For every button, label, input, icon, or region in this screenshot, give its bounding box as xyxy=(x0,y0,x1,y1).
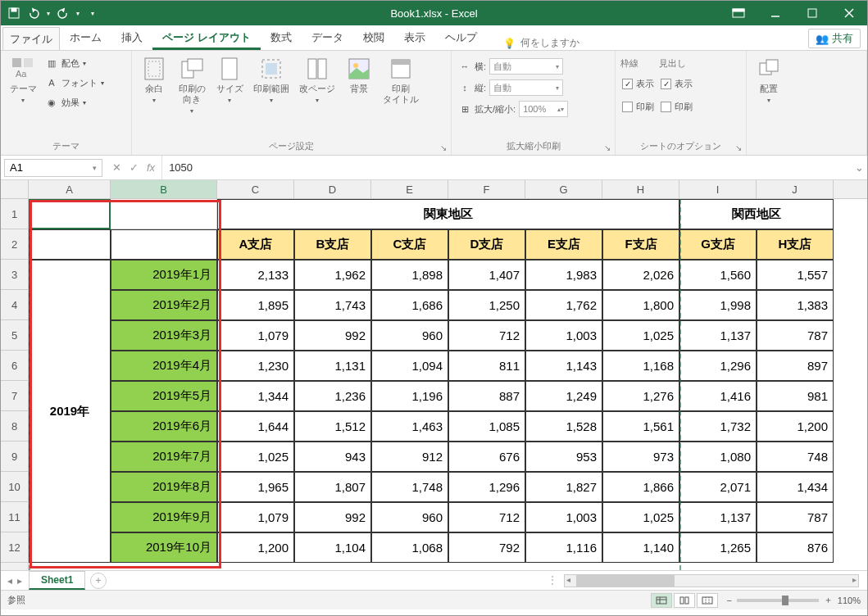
name-box[interactable]: A1▾ xyxy=(4,159,102,177)
data-r2-c1[interactable]: 992 xyxy=(294,320,371,351)
sheet-tab-sheet1[interactable]: Sheet1 xyxy=(29,571,85,590)
row-header-11[interactable]: 11 xyxy=(1,502,28,532)
data-r4-c7[interactable]: 981 xyxy=(757,381,834,411)
view-pagebreak-button[interactable] xyxy=(697,593,718,608)
data-r4-c3[interactable]: 887 xyxy=(448,381,525,411)
scroll-left-icon[interactable]: ◂ xyxy=(566,575,570,584)
fx-icon[interactable]: fx xyxy=(147,161,155,174)
data-r2-c7[interactable]: 787 xyxy=(757,320,834,351)
data-r4-c4[interactable]: 1,249 xyxy=(525,381,602,411)
theme-colors-button[interactable]: ▥配色 ▾ xyxy=(43,54,106,72)
scale-pct-input[interactable]: 100%▴▾ xyxy=(519,101,568,117)
tab-pagelayout[interactable]: ページ レイアウト xyxy=(152,25,261,50)
data-r3-c6[interactable]: 1,296 xyxy=(679,351,757,381)
region-kansai[interactable]: 関西地区 xyxy=(679,199,834,229)
data-r8-c6[interactable]: 1,137 xyxy=(679,502,757,532)
data-r5-c1[interactable]: 1,512 xyxy=(294,411,371,442)
data-r1-c7[interactable]: 1,383 xyxy=(757,290,834,320)
data-r7-c7[interactable]: 1,434 xyxy=(757,472,834,502)
formula-input[interactable]: 1050 xyxy=(161,156,851,179)
data-r5-c7[interactable]: 1,200 xyxy=(757,411,834,442)
scale-width-select[interactable]: 自動▾ xyxy=(489,58,563,75)
data-r2-c3[interactable]: 712 xyxy=(448,320,525,351)
data-r3-c2[interactable]: 1,094 xyxy=(371,351,448,381)
data-r5-c5[interactable]: 1,561 xyxy=(602,411,679,442)
year-cell-cont-3[interactable] xyxy=(29,351,111,381)
col-header-E[interactable]: E xyxy=(371,180,448,198)
data-r0-c1[interactable]: 1,962 xyxy=(294,260,371,290)
undo-icon[interactable] xyxy=(27,7,40,20)
col-header-B[interactable]: B xyxy=(111,180,217,198)
split-handle-icon[interactable]: ⋮ xyxy=(548,574,557,587)
region-kanto[interactable]: 関東地区 xyxy=(217,199,679,229)
sheetopts-launcher-icon[interactable]: ↘ xyxy=(733,142,744,153)
year-cell-cont-7[interactable] xyxy=(29,472,111,502)
data-r9-c2[interactable]: 1,068 xyxy=(371,532,448,563)
select-all-corner[interactable] xyxy=(1,180,29,198)
scale-height-select[interactable]: 自動▾ xyxy=(489,79,563,96)
month-2[interactable]: 2019年3月 xyxy=(111,320,217,351)
data-r1-c0[interactable]: 1,895 xyxy=(217,290,294,320)
data-r9-c5[interactable]: 1,140 xyxy=(602,532,679,563)
data-r2-c5[interactable]: 1,025 xyxy=(602,320,679,351)
tellme-search[interactable]: 💡 何をしますか xyxy=(495,36,588,50)
data-r4-c0[interactable]: 1,344 xyxy=(217,381,294,411)
scroll-thumb[interactable] xyxy=(576,575,675,587)
year-cell-cont-6[interactable] xyxy=(29,442,111,472)
month-3[interactable]: 2019年4月 xyxy=(111,351,217,381)
row-header-10[interactable]: 10 xyxy=(1,472,28,502)
cell-B2[interactable] xyxy=(111,229,217,260)
data-r9-c3[interactable]: 792 xyxy=(448,532,525,563)
tab-home[interactable]: ホーム xyxy=(60,25,111,50)
data-r1-c1[interactable]: 1,743 xyxy=(294,290,371,320)
zoom-level[interactable]: 110% xyxy=(838,596,861,605)
data-r5-c6[interactable]: 1,732 xyxy=(679,411,757,442)
data-r5-c0[interactable]: 1,644 xyxy=(217,411,294,442)
printtitles-button[interactable]: 印刷 タイトル xyxy=(379,54,422,140)
data-r8-c0[interactable]: 1,079 xyxy=(217,502,294,532)
horizontal-scrollbar[interactable]: ◂ ▸ xyxy=(564,574,859,587)
zoom-slider[interactable] xyxy=(737,599,819,602)
data-r1-c4[interactable]: 1,762 xyxy=(525,290,602,320)
data-r6-c4[interactable]: 953 xyxy=(525,442,602,472)
data-r9-c6[interactable]: 1,265 xyxy=(679,532,757,563)
branch-header-3[interactable]: D支店 xyxy=(448,229,525,260)
data-r8-c2[interactable]: 960 xyxy=(371,502,448,532)
data-r0-c7[interactable]: 1,557 xyxy=(757,260,834,290)
data-r2-c2[interactable]: 960 xyxy=(371,320,448,351)
cell-A2[interactable] xyxy=(29,229,111,260)
data-r0-c6[interactable]: 1,560 xyxy=(679,260,757,290)
cell-A1[interactable] xyxy=(29,199,111,229)
data-r7-c6[interactable]: 2,071 xyxy=(679,472,757,502)
close-icon[interactable] xyxy=(830,1,867,25)
scroll-right-icon[interactable]: ▸ xyxy=(852,575,857,584)
printarea-button[interactable]: 印刷範囲▾ xyxy=(250,54,293,140)
branch-header-4[interactable]: E支店 xyxy=(525,229,602,260)
data-r3-c4[interactable]: 1,143 xyxy=(525,351,602,381)
theme-fonts-button[interactable]: Aフォント ▾ xyxy=(43,74,106,92)
data-r0-c5[interactable]: 2,026 xyxy=(602,260,679,290)
scale-width-row[interactable]: ↔横:自動▾ xyxy=(457,57,570,75)
tab-view[interactable]: 表示 xyxy=(394,25,435,50)
data-r3-c3[interactable]: 811 xyxy=(448,351,525,381)
share-button[interactable]: 👥 共有 xyxy=(808,29,861,48)
branch-header-6[interactable]: G支店 xyxy=(679,229,757,260)
pagesetup-launcher-icon[interactable]: ↘ xyxy=(438,142,449,153)
col-header-I[interactable]: I xyxy=(679,180,757,198)
redo-icon[interactable] xyxy=(57,7,70,20)
col-header-F[interactable]: F xyxy=(448,180,525,198)
maximize-icon[interactable] xyxy=(793,1,830,25)
data-r0-c3[interactable]: 1,407 xyxy=(448,260,525,290)
data-r4-c1[interactable]: 1,236 xyxy=(294,381,371,411)
data-r9-c1[interactable]: 1,104 xyxy=(294,532,371,563)
data-r2-c4[interactable]: 1,003 xyxy=(525,320,602,351)
ribbon-options-icon[interactable] xyxy=(720,1,757,25)
tab-file[interactable]: ファイル xyxy=(2,27,60,50)
zoom-out-button[interactable]: − xyxy=(726,596,731,605)
data-r7-c4[interactable]: 1,827 xyxy=(525,472,602,502)
qat-customize-icon[interactable]: ▾ xyxy=(91,10,94,17)
undo-dropdown-icon[interactable]: ▾ xyxy=(47,10,50,17)
data-r0-c2[interactable]: 1,898 xyxy=(371,260,448,290)
data-r6-c2[interactable]: 912 xyxy=(371,442,448,472)
gridlines-view-checkbox[interactable]: ✓表示 xyxy=(620,75,656,93)
